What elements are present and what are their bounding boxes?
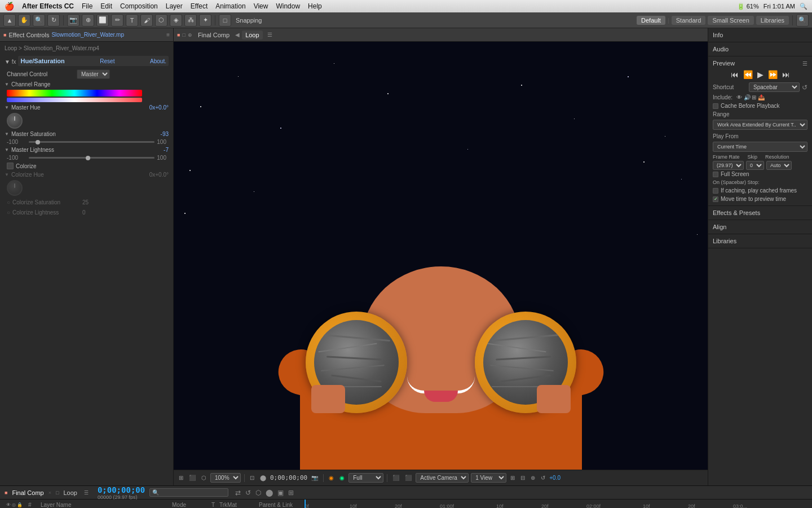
master-sat-header[interactable]: ▼ Master Saturation -93: [2, 130, 171, 138]
composition-timecode[interactable]: 0;00;00;00: [270, 474, 307, 481]
tl-tool6[interactable]: ⊞: [288, 489, 294, 497]
master-sat-value[interactable]: -93: [161, 131, 169, 137]
toolbar-text-tool[interactable]: T: [126, 14, 138, 27]
toolbar-shape-tool[interactable]: ✦: [199, 14, 211, 27]
tl-tab-loop[interactable]: Loop: [63, 489, 77, 496]
tl-tool2[interactable]: ↺: [245, 489, 251, 497]
info-title[interactable]: Info: [713, 30, 807, 40]
master-hue-knob[interactable]: [7, 113, 23, 129]
zoom-dropdown[interactable]: 100% 50% 200%: [210, 473, 241, 483]
apple-menu[interactable]: 🍎: [5, 2, 14, 11]
toolbar-rotate-tool[interactable]: ↻: [47, 14, 60, 27]
view-dropdown[interactable]: 1 View 2 Views: [471, 473, 506, 483]
align-title[interactable]: Align: [713, 222, 807, 231]
workspace-default[interactable]: Default: [637, 16, 665, 25]
master-sat-thumb[interactable]: [36, 140, 40, 144]
master-hue-value[interactable]: 0x+0.0°: [149, 104, 169, 111]
menu-effect[interactable]: Effect: [191, 2, 208, 10]
menu-help[interactable]: Help: [308, 2, 322, 10]
menu-window[interactable]: Window: [276, 2, 300, 10]
tl-tool3[interactable]: ⬡: [255, 489, 261, 497]
menu-layer[interactable]: Layer: [166, 2, 183, 10]
effect-reset-btn[interactable]: Reset: [100, 58, 114, 64]
channel-control-dropdown[interactable]: Master: [77, 69, 110, 79]
toolbar-puppet-tool[interactable]: ⁂: [184, 14, 197, 27]
color-btn[interactable]: ◉: [327, 475, 336, 481]
frame-rate-dropdown[interactable]: (29.97): [713, 161, 744, 170]
quality-dropdown[interactable]: Full Half Quarter: [348, 473, 383, 483]
toolbar-zoom-tool[interactable]: 🔍: [33, 14, 45, 27]
comp-home-btn[interactable]: ⊞: [177, 475, 185, 481]
workspace-small-screen[interactable]: Small Screen: [708, 16, 753, 25]
if-caching-checkbox[interactable]: [713, 188, 718, 194]
menu-view[interactable]: View: [254, 2, 268, 10]
toolbar-brush-tool[interactable]: 🖌: [140, 14, 153, 27]
exposure-btn[interactable]: ⊕: [529, 475, 537, 481]
workspace-search-btn[interactable]: 🔍: [796, 14, 809, 27]
resolution-dropdown[interactable]: Auto Full Half: [766, 161, 792, 170]
tl-tool5[interactable]: ▣: [277, 489, 284, 497]
comp-tab-loop[interactable]: Loop: [242, 30, 262, 40]
toolbar-track-tool[interactable]: ⊕: [82, 14, 94, 27]
playhead[interactable]: [304, 500, 306, 508]
play-btn[interactable]: ▶: [757, 70, 764, 79]
toolbar-mask-tool[interactable]: ⬜: [96, 14, 109, 27]
master-light-header[interactable]: ▼ Master Lightness -7: [2, 146, 171, 154]
snapping-checkbox[interactable]: □: [219, 14, 231, 27]
toolbar-pen-tool[interactable]: ✏: [111, 14, 123, 27]
prev-back-btn[interactable]: ⏪: [743, 70, 753, 79]
exposure-value[interactable]: +0.0: [549, 475, 561, 481]
menu-edit[interactable]: Edit: [100, 2, 112, 10]
toolbar-selection-tool[interactable]: ▲: [3, 14, 16, 27]
shortcut-icon[interactable]: ↺: [802, 84, 807, 91]
menu-composition[interactable]: Composition: [120, 2, 158, 10]
master-sat-track[interactable]: [29, 141, 155, 143]
timeline-time[interactable]: 0;00;00;00: [98, 485, 145, 494]
toolbar-stamp-tool[interactable]: ⬡: [155, 14, 167, 27]
menu-file[interactable]: File: [82, 2, 92, 10]
comp-tab-finalcomp[interactable]: Final Comp: [195, 30, 233, 40]
master-light-thumb[interactable]: [86, 156, 90, 160]
comp-view-btn[interactable]: ⬛: [187, 475, 197, 481]
toolbar-eraser-tool[interactable]: ◈: [170, 14, 182, 27]
search-icon[interactable]: 🔍: [800, 3, 807, 10]
preview-title[interactable]: Preview ☰: [713, 59, 807, 68]
layout-btns[interactable]: ⊞: [509, 475, 517, 481]
audio-title[interactable]: Audio: [713, 45, 807, 54]
colorize-checkbox[interactable]: [7, 163, 14, 169]
snap-btn[interactable]: ⊡: [248, 475, 256, 481]
mask-btn[interactable]: ⬤: [258, 475, 268, 481]
master-hue-header[interactable]: ▼ Master Hue 0x+0.0°: [2, 103, 171, 112]
effect-about-btn[interactable]: About.: [150, 58, 166, 64]
libraries-title[interactable]: Libraries: [713, 237, 807, 246]
menu-aftereffects[interactable]: After Effects CC: [22, 2, 74, 10]
channel-range-header[interactable]: ▼ Channel Range: [2, 80, 171, 89]
reset-btn[interactable]: ↺: [539, 475, 547, 481]
range-dropdown[interactable]: Work Area Extended By Current T...: [713, 120, 807, 130]
skip-dropdown[interactable]: 0: [746, 161, 764, 170]
view-icon1[interactable]: ⬛: [391, 475, 401, 481]
timeline-search-input[interactable]: [149, 488, 228, 497]
view-icon2[interactable]: ⬛: [403, 475, 413, 481]
tl-tab-finalcomp[interactable]: Final Comp: [12, 489, 43, 496]
master-light-value[interactable]: -7: [164, 147, 169, 153]
master-light-track[interactable]: [29, 157, 155, 159]
next-btn[interactable]: ⏩: [768, 70, 778, 79]
comp-alpha-btn[interactable]: ⬡: [200, 475, 208, 481]
toolbar-camera-tool[interactable]: 📷: [67, 14, 80, 27]
workspace-standard[interactable]: Standard: [672, 16, 706, 25]
tl-tool1[interactable]: ⇄: [235, 489, 241, 497]
fullscreen-checkbox[interactable]: [713, 172, 718, 177]
camera-dropdown[interactable]: Active Camera: [416, 473, 469, 483]
panel-menu-btn[interactable]: ≡: [166, 32, 170, 38]
last-btn[interactable]: ⏭: [782, 70, 790, 79]
cache-checkbox[interactable]: [713, 103, 718, 109]
toolbar-hand-tool[interactable]: ✋: [18, 14, 30, 27]
effects-presets-title[interactable]: Effects & Presets: [713, 208, 807, 217]
cam-icon[interactable]: 📷: [310, 475, 320, 481]
play-from-dropdown[interactable]: Current Time: [713, 142, 807, 152]
color2-btn[interactable]: ◉: [338, 475, 346, 481]
workspace-libraries[interactable]: Libraries: [756, 16, 789, 25]
move-time-checkbox[interactable]: [713, 196, 718, 202]
menu-animation[interactable]: Animation: [215, 2, 245, 10]
